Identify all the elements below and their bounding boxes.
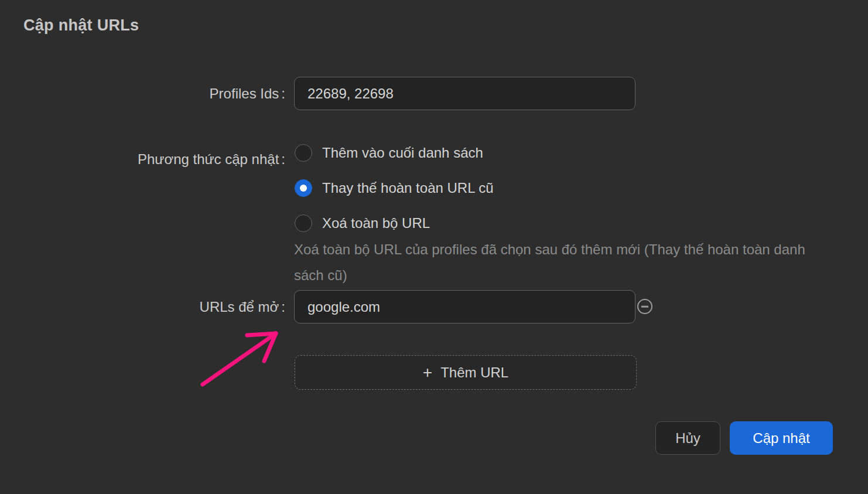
radio-unselected-icon[interactable]: [295, 214, 312, 232]
dialog-title: Cập nhật URLs: [23, 16, 139, 35]
radio-option-label: Thay thế hoàn toàn URL cũ: [322, 180, 494, 196]
radio-option-label: Thêm vào cuối danh sách: [322, 145, 483, 161]
update-urls-dialog: Cập nhật URLs Profiles Ids : Phương thức…: [0, 0, 868, 494]
urls-to-open-label: URLs để mở :: [0, 290, 285, 323]
label-colon: :: [281, 299, 285, 315]
profiles-ids-label-text: Profiles Ids: [210, 86, 279, 102]
label-colon: :: [281, 151, 285, 168]
profiles-ids-label: Profiles Ids :: [0, 77, 285, 110]
urls-to-open-label-text: URLs để mở: [200, 299, 279, 315]
profiles-ids-input[interactable]: [294, 77, 635, 110]
plus-icon: +: [423, 364, 432, 381]
radio-selected-icon[interactable]: [295, 179, 312, 197]
cancel-button[interactable]: Hủy: [655, 421, 720, 455]
radio-option-replace[interactable]: Thay thế hoàn toàn URL cũ: [295, 179, 494, 197]
url-input[interactable]: [294, 290, 635, 323]
update-method-label: Phương thức cập nhật :: [0, 141, 285, 168]
method-help-text: Xoá toàn bộ URL của profiles đã chọn sau…: [294, 237, 816, 288]
radio-unselected-icon[interactable]: [295, 144, 312, 162]
add-url-button-label: Thêm URL: [440, 364, 508, 381]
minus-circle-icon[interactable]: [637, 299, 652, 314]
radio-option-delete-all[interactable]: Xoá toàn bộ URL: [295, 214, 430, 232]
radio-option-label: Xoá toàn bộ URL: [322, 215, 430, 231]
label-colon: :: [281, 86, 285, 102]
radio-option-append[interactable]: Thêm vào cuối danh sách: [295, 144, 483, 162]
update-submit-button[interactable]: Cập nhật: [730, 421, 833, 455]
add-url-button[interactable]: + Thêm URL: [295, 355, 637, 390]
update-method-label-text: Phương thức cập nhật: [138, 151, 279, 168]
